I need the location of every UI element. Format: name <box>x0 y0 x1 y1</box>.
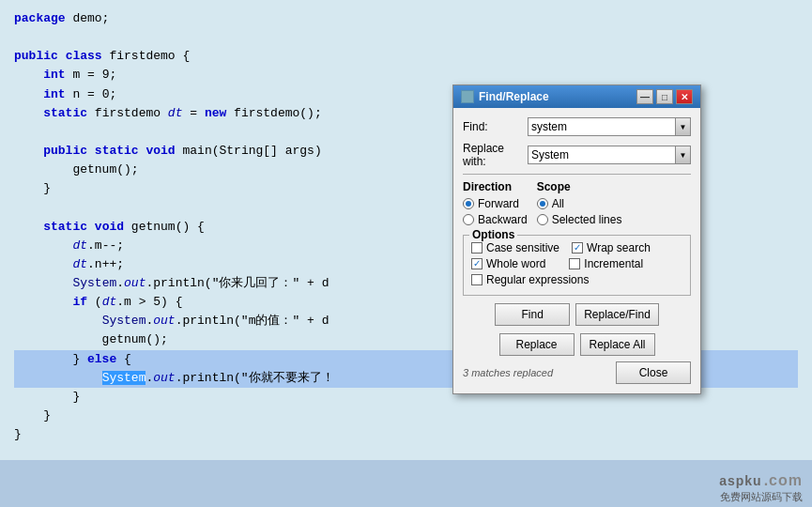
wrap-search-option[interactable]: Wrap search <box>572 241 651 254</box>
find-row: Find: ▼ <box>463 117 691 136</box>
replace-label: Replace with: <box>463 142 528 168</box>
whole-word-option[interactable]: Whole word <box>471 257 545 270</box>
replace-combo[interactable]: ▼ <box>528 146 691 164</box>
dialog-title: Find/Replace <box>479 90 549 103</box>
find-replace-dialog: Find/Replace — □ ✕ Find: ▼ Replace with:… <box>452 84 701 394</box>
button-row-2: Replace Replace All <box>463 333 691 356</box>
incremental-label: Incremental <box>584 257 643 270</box>
direction-group: Direction Forward Backward <box>463 180 528 229</box>
titlebar-title: Find/Replace <box>461 90 549 103</box>
scope-group: Scope All Selected lines <box>537 180 622 229</box>
options-row2: Whole word Incremental <box>471 257 682 273</box>
watermark-subtitle: 免费网站源码下载 <box>717 492 803 504</box>
aspku-tld: .com <box>764 472 803 488</box>
minimize-button[interactable]: — <box>636 89 653 104</box>
regex-checkbox[interactable] <box>471 274 483 285</box>
code-line <box>14 28 798 47</box>
case-sensitive-checkbox[interactable] <box>471 242 483 254</box>
wrap-search-label: Wrap search <box>587 241 651 254</box>
find-combo[interactable]: ▼ <box>528 117 691 136</box>
options-row1: Case sensitive Wrap search <box>471 241 682 257</box>
all-radio[interactable] <box>537 198 548 209</box>
options-section: Options Case sensitive Wrap search Whole… <box>463 235 691 296</box>
watermark: aspku.com 免费网站源码下载 <box>717 462 803 504</box>
backward-radio[interactable] <box>463 214 474 225</box>
close-dialog-button[interactable]: ✕ <box>676 89 693 104</box>
replace-button[interactable]: Replace <box>499 333 575 356</box>
find-button[interactable]: Find <box>495 303 570 326</box>
direction-forward[interactable]: Forward <box>463 197 528 210</box>
dialog-body: Find: ▼ Replace with: ▼ Direction Forwar… <box>453 108 700 393</box>
regex-option[interactable]: Regular expressions <box>471 273 682 286</box>
bottom-bar: aspku.com 免费网站源码下载 <box>0 460 812 507</box>
scope-all[interactable]: All <box>537 197 622 210</box>
all-label: All <box>552 197 564 210</box>
aspku-logo: aspku.com <box>717 462 803 492</box>
status-row: 3 matches replaced Close <box>463 361 691 384</box>
case-sensitive-label: Case sensitive <box>486 241 559 254</box>
incremental-option[interactable]: Incremental <box>569 257 643 270</box>
find-input[interactable] <box>529 120 675 133</box>
replace-all-button[interactable]: Replace All <box>580 333 655 356</box>
dialog-icon <box>461 90 474 103</box>
wrap-search-checkbox[interactable] <box>572 242 583 254</box>
code-line: int m = 9; <box>14 66 798 84</box>
separator <box>463 174 691 175</box>
code-line: public class firstdemo { <box>14 47 798 66</box>
close-button[interactable]: Close <box>616 361 691 384</box>
direction-label: Direction <box>463 180 528 193</box>
whole-word-label: Whole word <box>486 257 545 270</box>
case-sensitive-option[interactable]: Case sensitive <box>471 241 559 254</box>
scope-selected-lines[interactable]: Selected lines <box>537 213 622 226</box>
titlebar-buttons: — □ ✕ <box>636 89 693 104</box>
selected-lines-label: Selected lines <box>552 213 622 226</box>
maximize-button[interactable]: □ <box>656 89 673 104</box>
find-label: Find: <box>463 120 528 133</box>
code-line: } <box>14 407 798 425</box>
whole-word-checkbox[interactable] <box>471 258 483 269</box>
regex-label: Regular expressions <box>486 273 589 286</box>
replace-input[interactable] <box>529 148 675 161</box>
options-legend: Options <box>469 228 517 241</box>
direction-backward[interactable]: Backward <box>463 213 528 226</box>
replace-find-button[interactable]: Replace/Find <box>575 303 659 326</box>
aspku-text: aspku <box>719 473 761 488</box>
button-row-1: Find Replace/Find <box>463 303 691 326</box>
dialog-titlebar: Find/Replace — □ ✕ <box>453 85 700 108</box>
status-text: 3 matches replaced <box>463 367 553 378</box>
forward-label: Forward <box>478 197 519 210</box>
direction-scope-row: Direction Forward Backward Scope All <box>463 180 691 229</box>
find-dropdown-arrow[interactable]: ▼ <box>675 118 690 135</box>
forward-radio[interactable] <box>463 198 474 209</box>
incremental-checkbox[interactable] <box>569 258 580 269</box>
scope-label: Scope <box>537 180 622 193</box>
replace-dropdown-arrow[interactable]: ▼ <box>675 146 690 163</box>
replace-row: Replace with: ▼ <box>463 142 691 168</box>
code-line: package demo; <box>14 9 798 28</box>
selected-lines-radio[interactable] <box>537 214 548 225</box>
code-line: } <box>14 425 798 444</box>
backward-label: Backward <box>478 213 528 226</box>
